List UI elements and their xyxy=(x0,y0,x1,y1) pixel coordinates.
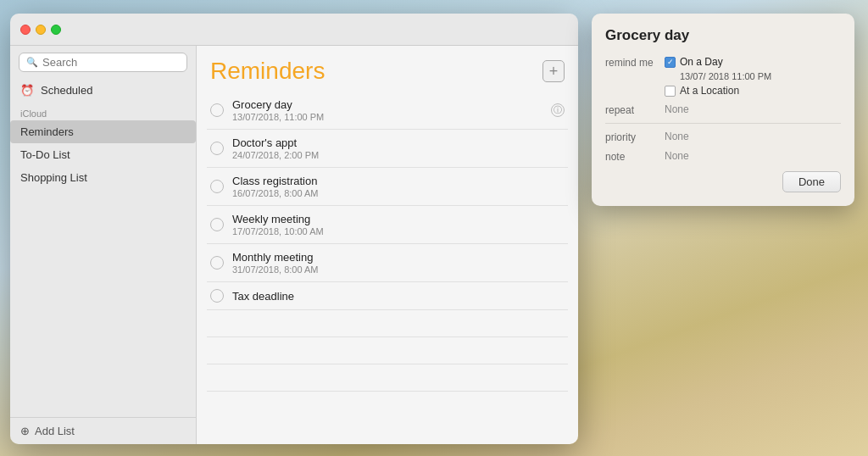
at-location-row: At a Location xyxy=(665,85,841,97)
remind-me-label: remind me xyxy=(605,56,665,69)
on-a-day-row: On a Day xyxy=(665,56,841,68)
empty-row-3 xyxy=(207,364,568,392)
reminder-info-1: Doctor's appt 24/07/2018, 2:00 PM xyxy=(232,136,565,160)
reminder-checkbox-5[interactable] xyxy=(210,289,224,303)
repeat-value: None xyxy=(665,103,841,115)
search-icon: 🔍 xyxy=(26,57,38,68)
reminder-info-0: Grocery day 13/07/2018, 11:00 PM xyxy=(232,98,542,122)
list-item: Class registration 16/07/2018, 8:00 AM xyxy=(207,168,568,206)
note-value-text: None xyxy=(665,150,841,162)
maximize-button[interactable] xyxy=(51,25,61,35)
on-a-day-checkbox[interactable] xyxy=(665,57,676,68)
repeat-row: repeat None xyxy=(605,103,841,116)
add-list-button[interactable]: ⊕ Add List xyxy=(10,417,196,444)
scheduled-label: Scheduled xyxy=(41,84,92,97)
reminder-date-4: 31/07/2018, 8:00 AM xyxy=(232,264,565,275)
main-content: Reminders + Grocery day 13/07/2018, 11:0… xyxy=(197,46,578,444)
sidebar-item-shopping[interactable]: Shopping List xyxy=(10,166,196,189)
reminder-title-5: Tax deadline xyxy=(232,290,565,303)
reminder-info-2: Class registration 16/07/2018, 8:00 AM xyxy=(232,175,565,198)
shopping-label: Shopping List xyxy=(20,171,87,184)
add-reminder-button[interactable]: + xyxy=(542,60,565,82)
search-bar[interactable]: 🔍 xyxy=(19,53,187,72)
reminder-info-4: Monthly meeting 31/07/2018, 8:00 AM xyxy=(232,251,565,275)
reminder-date-3: 17/07/2018, 10:00 AM xyxy=(232,226,565,236)
reminder-checkbox-1[interactable] xyxy=(210,142,224,155)
plus-icon: + xyxy=(549,63,559,81)
remind-me-value: On a Day 13/07/ 2018 11:00 PM At a Locat… xyxy=(665,56,841,97)
minimize-button[interactable] xyxy=(36,25,46,35)
reminders-label: Reminders xyxy=(20,125,74,138)
priority-row: priority None xyxy=(605,131,841,143)
icloud-section-label: iCloud xyxy=(10,102,196,120)
reminders-list: Grocery day 13/07/2018, 11:00 PM ⓘ Docto… xyxy=(197,92,578,444)
reminder-info-3: Weekly meeting 17/07/2018, 10:00 AM xyxy=(232,213,565,236)
sidebar: 🔍 ⏰ Scheduled iCloud Reminders To-Do Lis… xyxy=(10,46,197,444)
reminder-date-2: 16/07/2018, 8:00 AM xyxy=(232,188,565,198)
reminder-date-1: 24/07/2018, 2:00 PM xyxy=(232,150,565,160)
list-item: Doctor's appt 24/07/2018, 2:00 PM xyxy=(207,130,568,168)
reminder-title-0: Grocery day xyxy=(232,98,542,111)
sidebar-spacer xyxy=(10,189,196,417)
reminders-header: Reminders + xyxy=(197,46,578,92)
titlebar xyxy=(10,14,578,46)
popover-divider xyxy=(605,123,841,124)
reminder-date-0: 13/07/2018, 11:00 PM xyxy=(232,112,542,122)
close-button[interactable] xyxy=(20,25,31,35)
search-input[interactable] xyxy=(42,56,180,69)
popover-title: Grocery day xyxy=(605,27,841,44)
empty-row-1 xyxy=(207,310,568,337)
reminder-checkbox-3[interactable] xyxy=(210,218,224,231)
list-item: Tax deadline xyxy=(207,282,568,310)
list-item: Grocery day 13/07/2018, 11:00 PM ⓘ xyxy=(207,92,568,130)
reminder-title-2: Class registration xyxy=(232,175,565,187)
list-item: Monthly meeting 31/07/2018, 8:00 AM xyxy=(207,244,568,282)
main-window: 🔍 ⏰ Scheduled iCloud Reminders To-Do Lis… xyxy=(10,14,578,444)
reminder-checkbox-0[interactable] xyxy=(210,103,224,117)
detail-popover: Grocery day remind me On a Day 13/07/ 20… xyxy=(592,14,854,206)
empty-row-2 xyxy=(207,337,568,364)
reminder-title-1: Doctor's appt xyxy=(232,136,565,149)
repeat-label: repeat xyxy=(605,103,665,116)
on-a-day-date: 13/07/ 2018 11:00 PM xyxy=(665,71,841,81)
note-label: note xyxy=(605,150,665,163)
popover-done-area: Done xyxy=(605,171,841,192)
todo-label: To-Do List xyxy=(20,148,70,161)
priority-value-text: None xyxy=(665,131,841,142)
sidebar-item-todo[interactable]: To-Do List xyxy=(10,143,196,166)
window-body: 🔍 ⏰ Scheduled iCloud Reminders To-Do Lis… xyxy=(10,46,578,444)
add-list-icon: ⊕ xyxy=(20,425,30,437)
repeat-value-text: None xyxy=(665,103,841,115)
remind-me-row: remind me On a Day 13/07/ 2018 11:00 PM … xyxy=(605,56,841,97)
add-list-label: Add List xyxy=(35,425,75,437)
reminders-title: Reminders xyxy=(210,58,325,85)
reminder-checkbox-4[interactable] xyxy=(210,256,224,270)
reminder-info-5: Tax deadline xyxy=(232,290,565,303)
priority-value: None xyxy=(665,131,841,142)
reminder-checkbox-2[interactable] xyxy=(210,180,224,193)
priority-label: priority xyxy=(605,131,665,143)
traffic-lights xyxy=(20,25,61,35)
reminder-title-3: Weekly meeting xyxy=(232,213,565,225)
at-location-label: At a Location xyxy=(680,85,739,97)
note-row: note None xyxy=(605,150,841,163)
sidebar-item-scheduled[interactable]: ⏰ Scheduled xyxy=(10,79,196,102)
scheduled-icon: ⏰ xyxy=(20,84,34,97)
list-item: Weekly meeting 17/07/2018, 10:00 AM xyxy=(207,206,568,244)
on-a-day-label: On a Day xyxy=(680,56,723,68)
reminder-title-4: Monthly meeting xyxy=(232,251,565,264)
sidebar-item-reminders[interactable]: Reminders xyxy=(10,120,196,143)
note-value: None xyxy=(665,150,841,162)
reminder-info-icon-0[interactable]: ⓘ xyxy=(551,103,565,117)
at-location-checkbox[interactable] xyxy=(665,86,676,97)
done-button[interactable]: Done xyxy=(782,171,841,192)
